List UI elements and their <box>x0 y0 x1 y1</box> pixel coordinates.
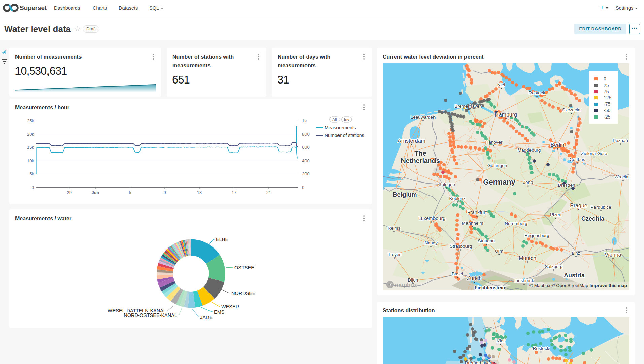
svg-text:0: 0 <box>302 185 304 190</box>
svg-text:Czechia: Czechia <box>581 215 605 222</box>
svg-text:Mannheim: Mannheim <box>462 221 483 226</box>
svg-text:Munich: Munich <box>519 255 536 261</box>
svg-text:800: 800 <box>302 132 310 137</box>
svg-text:0: 0 <box>32 185 34 190</box>
svg-text:Salzburg: Salzburg <box>545 264 562 269</box>
svg-text:Bremerhaven: Bremerhaven <box>454 104 482 109</box>
svg-text:OSTSEE: OSTSEE <box>234 265 254 270</box>
svg-text:All: All <box>332 117 337 122</box>
svg-text:Kiel: Kiel <box>497 82 505 87</box>
svg-text:Dresden: Dresden <box>558 183 575 188</box>
svg-text:10k: 10k <box>27 158 34 163</box>
svg-text:125: 125 <box>604 95 612 100</box>
svg-text:Stuttgart: Stuttgart <box>478 238 495 243</box>
svg-text:25k: 25k <box>27 118 34 123</box>
svg-text:WESER: WESER <box>221 304 239 309</box>
svg-text:Cologne: Cologne <box>438 182 455 187</box>
svg-text:Kiel: Kiel <box>497 338 505 343</box>
svg-text:Nuremberg: Nuremberg <box>505 221 527 226</box>
svg-text:Zielona Góra: Zielona Góra <box>581 151 608 156</box>
svg-text:Hamburg: Hamburg <box>495 112 517 118</box>
svg-text:Austria: Austria <box>564 272 585 279</box>
svg-text:Zurich: Zurich <box>467 275 482 281</box>
svg-text:75: 75 <box>604 89 609 94</box>
svg-text:Berlin: Berlin <box>551 142 565 148</box>
svg-text:Poznań: Poznań <box>613 138 628 143</box>
svg-text:Pardubice: Pardubice <box>591 205 611 210</box>
svg-text:29: 29 <box>67 190 71 195</box>
svg-text:20k: 20k <box>27 132 34 137</box>
svg-text:Troyes: Troyes <box>388 252 402 257</box>
svg-text:17: 17 <box>232 190 236 195</box>
svg-text:5: 5 <box>129 190 131 195</box>
svg-text:200: 200 <box>302 171 310 176</box>
svg-text:mapbox: mapbox <box>395 282 417 288</box>
svg-text:Szczecin: Szczecin <box>562 107 580 112</box>
svg-text:Bremerhaven: Bremerhaven <box>465 360 492 364</box>
svg-text:Measurements: Measurements <box>325 125 356 130</box>
svg-text:Inv: Inv <box>344 117 349 122</box>
svg-text:Leeuwarden: Leeuwarden <box>411 114 436 120</box>
svg-text:Ulm: Ulm <box>495 249 503 254</box>
svg-text:© Mapbox © OpenStreetMap Impro: © Mapbox © OpenStreetMap Improve this ma… <box>529 283 627 288</box>
svg-text:Nancy: Nancy <box>425 240 438 245</box>
svg-text:Liechtenstein: Liechtenstein <box>475 285 505 290</box>
svg-text:Göttingen: Göttingen <box>487 163 507 168</box>
svg-text:Jun: Jun <box>91 190 99 195</box>
svg-text:-75: -75 <box>604 101 610 107</box>
svg-text:Vienna: Vienna <box>605 252 621 258</box>
svg-text:-50: -50 <box>604 108 610 113</box>
svg-text:9: 9 <box>163 190 166 195</box>
svg-text:13: 13 <box>197 190 202 195</box>
svg-text:5k: 5k <box>29 171 34 176</box>
svg-text:Cottbus: Cottbus <box>570 157 585 162</box>
svg-text:EMS: EMS <box>214 309 224 315</box>
svg-text:Wrocław: Wrocław <box>614 174 629 179</box>
svg-text:Netherlands: Netherlands <box>401 157 440 164</box>
svg-text:Linz: Linz <box>572 251 580 256</box>
svg-text:-25: -25 <box>604 114 610 120</box>
svg-text:Rostock: Rostock <box>533 346 549 351</box>
svg-text:NORDSEE: NORDSEE <box>231 291 256 296</box>
svg-text:400: 400 <box>302 158 310 163</box>
svg-text:Number of stations: Number of stations <box>325 133 364 138</box>
svg-text:Basel: Basel <box>452 271 463 276</box>
svg-text:Koblenz: Koblenz <box>449 196 466 201</box>
svg-text:21: 21 <box>266 190 271 195</box>
svg-text:1k: 1k <box>302 118 307 123</box>
svg-text:Jena: Jena <box>523 180 533 185</box>
svg-text:Germany: Germany <box>483 178 515 186</box>
svg-text:Plzeň: Plzeň <box>550 212 561 217</box>
svg-text:Belgium: Belgium <box>393 191 417 198</box>
svg-text:15k: 15k <box>27 145 34 150</box>
svg-text:Luxembourg: Luxembourg <box>418 216 446 221</box>
svg-text:Reims: Reims <box>388 226 401 231</box>
svg-text:Magdeburg: Magdeburg <box>518 147 541 153</box>
svg-text:Hanover: Hanover <box>485 140 503 145</box>
svg-text:Rostock: Rostock <box>529 90 545 95</box>
svg-text:Frankfurt: Frankfurt <box>467 210 487 215</box>
svg-text:ELBE: ELBE <box>216 237 228 242</box>
svg-text:JADE: JADE <box>200 315 213 320</box>
svg-text:Regensburg: Regensburg <box>524 233 549 238</box>
svg-text:Strasbourg: Strasbourg <box>450 244 472 249</box>
svg-text:The: The <box>414 150 426 157</box>
svg-text:Prague: Prague <box>570 203 587 208</box>
svg-text:0: 0 <box>604 76 606 81</box>
svg-text:600: 600 <box>302 145 310 150</box>
svg-text:WESEL-DATTELN-KANAL: WESEL-DATTELN-KANAL <box>108 308 166 313</box>
svg-text:25: 25 <box>604 82 609 88</box>
svg-text:Amsterdam: Amsterdam <box>398 138 425 144</box>
